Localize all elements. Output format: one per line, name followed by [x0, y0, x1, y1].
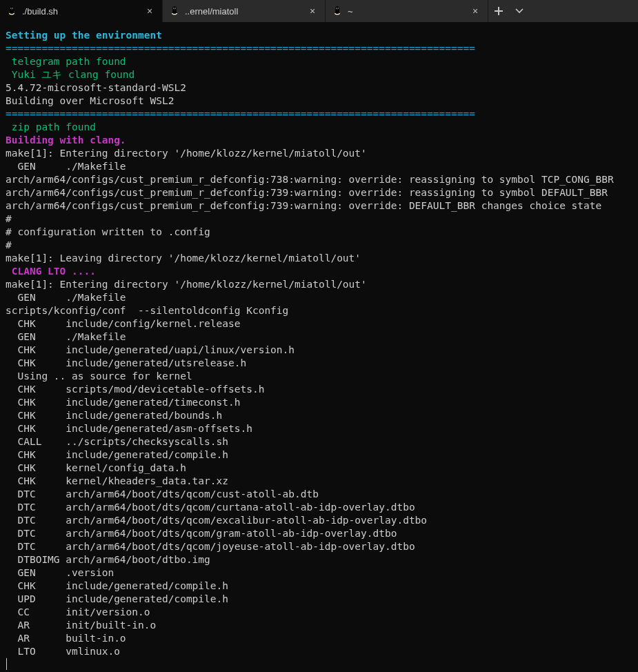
terminal-line: GEN .version	[6, 566, 632, 580]
terminal-line: CHK scripts/mod/devicetable-offsets.h	[6, 383, 632, 396]
terminal-line: arch/arm64/configs/cust_premium_r_defcon…	[6, 173, 632, 186]
tab-label: ~	[348, 6, 464, 17]
terminal-line: #	[6, 213, 632, 226]
svg-point-8	[338, 8, 339, 9]
close-icon[interactable]: ×	[470, 6, 481, 17]
plus-icon	[495, 7, 503, 15]
terminal-line: make[1]: Leaving directory '/home/klozz/…	[6, 252, 632, 265]
tux-icon	[170, 6, 179, 17]
terminal-line: GEN ./Makefile	[6, 291, 632, 304]
terminal-line: CLANG LTO ....	[6, 265, 632, 278]
svg-point-2	[12, 8, 13, 9]
terminal-line: CHK kernel/kheaders_data.tar.xz	[6, 475, 632, 488]
terminal-line: CALL ../scripts/checksyscalls.sh	[6, 435, 632, 448]
terminal-line: ========================================…	[6, 108, 632, 121]
terminal-line: DTBOIMG arch/arm64/boot/dtbo.img	[6, 553, 632, 566]
tab-0[interactable]: ./build.sh×	[0, 0, 163, 22]
terminal-line: GEN ./Makefile	[6, 330, 632, 344]
tab-label: ..ernel/miatoll	[185, 6, 301, 17]
svg-point-4	[173, 8, 174, 9]
terminal-line: arch/arm64/configs/cust_premium_r_defcon…	[6, 199, 632, 213]
tab-2[interactable]: ~×	[326, 0, 488, 22]
cursor-icon	[6, 658, 7, 670]
terminal-line: CHK include/generated/bounds.h	[6, 409, 632, 422]
terminal-line: CHK include/generated/uapi/linux/version…	[6, 344, 632, 357]
new-tab-button[interactable]	[488, 0, 509, 22]
terminal-line: scripts/kconfig/conf --silentoldconfig K…	[6, 304, 632, 317]
terminal-line: arch/arm64/configs/cust_premium_r_defcon…	[6, 186, 632, 199]
terminal-line: ========================================…	[6, 42, 632, 55]
terminal-line: CHK include/generated/utsrelease.h	[6, 357, 632, 370]
terminal-line: CHK include/generated/asm-offsets.h	[6, 422, 632, 435]
terminal-line: Yuki ユキ clang found	[6, 68, 632, 81]
terminal-line: GEN ./Makefile	[6, 160, 632, 173]
terminal-line: UPD include/generated/compile.h	[6, 593, 632, 606]
terminal-line: DTC arch/arm64/boot/dts/qcom/cust-atoll-…	[6, 488, 632, 501]
terminal-line: DTC arch/arm64/boot/dts/qcom/joyeuse-ato…	[6, 540, 632, 553]
tab-bar: ./build.sh×..ernel/miatoll×~×	[0, 0, 638, 22]
terminal-line: make[1]: Entering directory '/home/klozz…	[6, 147, 632, 160]
terminal-line: CHK include/config/kernel.release	[6, 317, 632, 330]
terminal-line: DTC arch/arm64/boot/dts/qcom/gram-atoll-…	[6, 527, 632, 540]
terminal-line: CC init/version.o	[6, 606, 632, 619]
svg-point-1	[10, 8, 11, 9]
terminal-line: Using .. as source for kernel	[6, 370, 632, 383]
terminal-line: CHK include/generated/compile.h	[6, 448, 632, 462]
terminal-line: Building with clang.	[6, 134, 632, 147]
svg-point-7	[336, 8, 337, 9]
svg-point-5	[175, 8, 176, 9]
terminal-line: DTC arch/arm64/boot/dts/qcom/curtana-ato…	[6, 501, 632, 514]
close-icon[interactable]: ×	[307, 6, 318, 17]
tab-label: ./build.sh	[22, 6, 139, 17]
terminal-line: Building over Microsoft WSL2	[6, 95, 632, 108]
terminal-line: CHK include/generated/timeconst.h	[6, 396, 632, 409]
tux-icon	[7, 6, 17, 17]
terminal-line: DTC arch/arm64/boot/dts/qcom/excalibur-a…	[6, 514, 632, 527]
terminal-line: make[1]: Entering directory '/home/klozz…	[6, 278, 632, 291]
tab-1[interactable]: ..ernel/miatoll×	[163, 0, 326, 22]
terminal-line: Setting up the environment	[6, 29, 632, 42]
terminal-line: telegram path found	[6, 55, 632, 68]
terminal-line: AR init/built-in.o	[6, 619, 632, 632]
close-icon[interactable]: ×	[144, 6, 155, 17]
terminal-line: AR built-in.o	[6, 632, 632, 645]
tab-dropdown-button[interactable]	[509, 0, 530, 22]
terminal-line: CHK include/generated/compile.h	[6, 580, 632, 593]
terminal-cursor-line	[6, 658, 632, 671]
terminal-output[interactable]: Setting up the environment==============…	[0, 22, 638, 672]
terminal-line: CHK kernel/config_data.h	[6, 462, 632, 475]
terminal-line: # configuration written to .config	[6, 226, 632, 239]
terminal-line: #	[6, 239, 632, 252]
chevron-down-icon	[515, 7, 524, 15]
terminal-line: LTO vmlinux.o	[6, 645, 632, 658]
terminal-line: 5.4.72-microsoft-standard-WSL2	[6, 81, 632, 95]
tux-icon	[332, 6, 342, 17]
terminal-line: zip path found	[6, 121, 632, 134]
